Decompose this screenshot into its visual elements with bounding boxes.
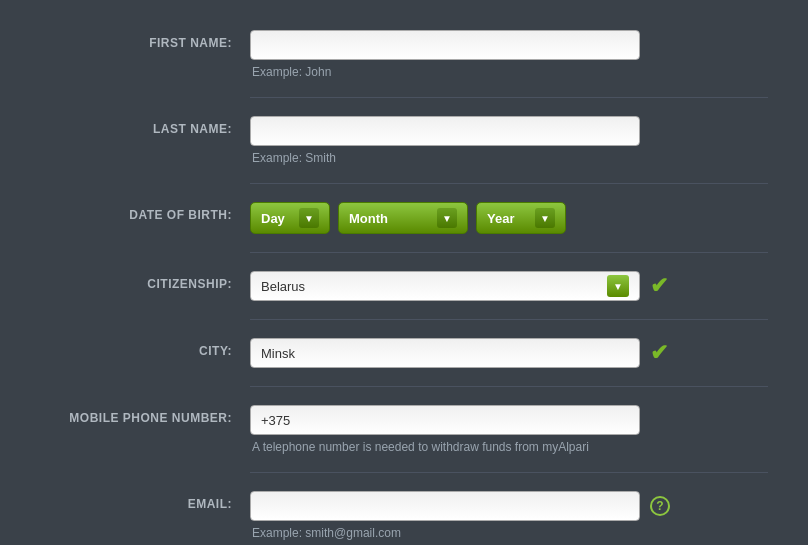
phone-input[interactable] <box>250 405 640 435</box>
last-name-input[interactable] <box>250 116 640 146</box>
dob-row: DATE OF BIRTH: Day ▼ Month ▼ Year <box>40 192 768 234</box>
phone-hint: A telephone number is needed to withdraw… <box>250 440 768 454</box>
citizenship-field: Belarus ▼ ✔ <box>250 271 768 301</box>
email-input-row: ? <box>250 491 768 521</box>
year-arrow-icon: ▼ <box>540 213 550 224</box>
city-input[interactable] <box>250 338 640 368</box>
email-help-icon[interactable]: ? <box>650 496 670 516</box>
citizenship-arrow-icon: ▼ <box>613 281 623 292</box>
last-name-field: Example: Smith <box>250 116 768 165</box>
city-field: ✔ <box>250 338 768 368</box>
divider-4 <box>250 319 768 320</box>
year-select-label: Year <box>487 211 514 226</box>
year-dropdown-arrow: ▼ <box>535 208 555 228</box>
email-row: EMAIL: ? Example: smith@gmail.com <box>40 481 768 540</box>
first-name-field: Example: John <box>250 30 768 79</box>
divider-1 <box>250 97 768 98</box>
month-arrow-icon: ▼ <box>442 213 452 224</box>
last-name-row: LAST NAME: Example: Smith <box>40 106 768 165</box>
citizenship-row: CITIZENSHIP: Belarus ▼ ✔ <box>40 261 768 301</box>
citizenship-label: CITIZENSHIP: <box>40 271 250 291</box>
email-field: ? Example: smith@gmail.com <box>250 491 768 540</box>
citizenship-input-row: Belarus ▼ ✔ <box>250 271 768 301</box>
first-name-row: FIRST NAME: Example: John <box>40 20 768 79</box>
phone-row: MOBILE PHONE NUMBER: A telephone number … <box>40 395 768 454</box>
day-arrow-icon: ▼ <box>304 213 314 224</box>
divider-6 <box>250 472 768 473</box>
email-example: Example: smith@gmail.com <box>250 526 768 540</box>
city-label: CITY: <box>40 338 250 358</box>
city-row: CITY: ✔ <box>40 328 768 368</box>
registration-form: FIRST NAME: Example: John LAST NAME: Exa… <box>0 0 808 545</box>
last-name-example: Example: Smith <box>250 151 768 165</box>
dob-label: DATE OF BIRTH: <box>40 202 250 222</box>
first-name-example: Example: John <box>250 65 768 79</box>
citizenship-select[interactable]: Belarus ▼ <box>250 271 640 301</box>
day-select[interactable]: Day ▼ <box>250 202 330 234</box>
month-select[interactable]: Month ▼ <box>338 202 468 234</box>
dob-field: Day ▼ Month ▼ Year ▼ <box>250 202 768 234</box>
divider-3 <box>250 252 768 253</box>
day-select-label: Day <box>261 211 285 226</box>
month-dropdown-arrow: ▼ <box>437 208 457 228</box>
first-name-input[interactable] <box>250 30 640 60</box>
phone-label: MOBILE PHONE NUMBER: <box>40 405 250 425</box>
divider-5 <box>250 386 768 387</box>
day-dropdown-arrow: ▼ <box>299 208 319 228</box>
citizenship-checkmark: ✔ <box>650 273 668 299</box>
year-select[interactable]: Year ▼ <box>476 202 566 234</box>
email-label: EMAIL: <box>40 491 250 511</box>
citizenship-value: Belarus <box>261 279 607 294</box>
phone-field: A telephone number is needed to withdraw… <box>250 405 768 454</box>
dob-selects: Day ▼ Month ▼ Year ▼ <box>250 202 768 234</box>
email-input[interactable] <box>250 491 640 521</box>
divider-2 <box>250 183 768 184</box>
month-select-label: Month <box>349 211 388 226</box>
citizenship-dropdown-arrow: ▼ <box>607 275 629 297</box>
city-input-row: ✔ <box>250 338 768 368</box>
first-name-label: FIRST NAME: <box>40 30 250 50</box>
last-name-label: LAST NAME: <box>40 116 250 136</box>
city-checkmark: ✔ <box>650 340 668 366</box>
